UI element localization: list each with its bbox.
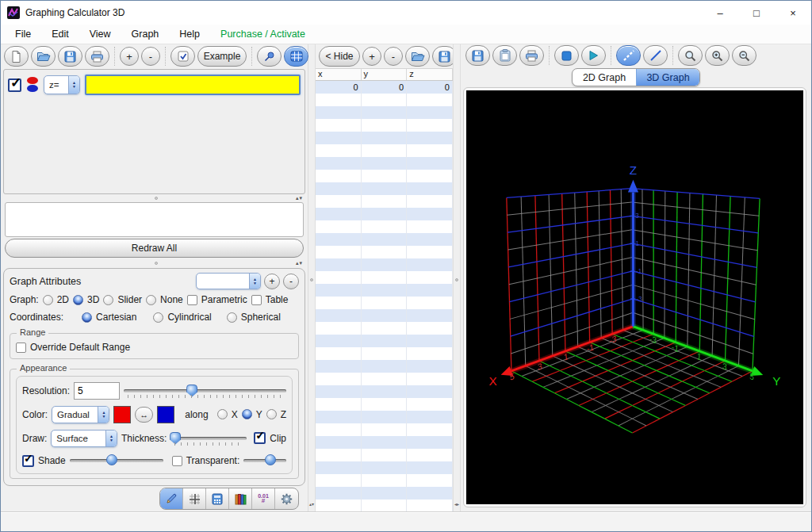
table-row[interactable] (316, 499, 453, 511)
plot-color-icon[interactable] (26, 76, 39, 94)
table-row[interactable]: 000 (316, 81, 453, 94)
table-cell[interactable] (407, 233, 453, 246)
table-row[interactable] (316, 144, 453, 157)
equation-type-select[interactable]: z= ▲▼ (44, 75, 80, 94)
table-row[interactable] (316, 132, 453, 144)
table-cell[interactable] (407, 106, 453, 119)
add-attribute-button[interactable]: + (264, 274, 280, 289)
zoom-in-button[interactable] (705, 45, 730, 66)
table-row[interactable] (316, 373, 453, 385)
table-row[interactable] (316, 347, 453, 360)
table-cell[interactable] (407, 195, 453, 208)
color-from-swatch[interactable] (113, 406, 131, 423)
table-cell[interactable] (362, 94, 408, 106)
print-button[interactable] (85, 46, 109, 67)
table-cell[interactable] (362, 423, 408, 436)
table-cell[interactable] (407, 309, 453, 322)
table-cell[interactable] (362, 398, 408, 411)
table-cell[interactable] (316, 106, 362, 119)
table-cell[interactable] (316, 385, 362, 398)
precision-mode-button[interactable]: 0.01# (252, 488, 275, 509)
axes-mode-button[interactable] (183, 488, 206, 509)
line-tool-button[interactable] (643, 45, 668, 66)
zoom-button[interactable] (678, 45, 703, 66)
table-cell[interactable] (316, 170, 362, 182)
table-cell[interactable] (316, 373, 362, 385)
table-cell[interactable] (407, 474, 453, 487)
copy-graph-button[interactable] (492, 45, 517, 66)
table-cell[interactable] (407, 208, 453, 220)
table-cell[interactable] (362, 233, 408, 246)
table-cell[interactable] (316, 499, 362, 511)
table-cell[interactable] (362, 284, 408, 297)
graph-none-radio[interactable] (146, 295, 156, 305)
open-table-button[interactable] (405, 46, 430, 67)
table-cell[interactable] (407, 271, 453, 284)
stepper-icon[interactable]: ▲▼ (105, 431, 117, 446)
table-cell[interactable] (316, 487, 362, 499)
table-cell[interactable] (407, 119, 453, 132)
menu-help[interactable]: Help (179, 29, 200, 40)
along-z-radio[interactable] (266, 409, 277, 419)
table-cell[interactable] (407, 347, 453, 360)
table-cell[interactable] (407, 335, 453, 347)
table-cell[interactable] (316, 309, 362, 322)
table-row[interactable] (316, 297, 453, 309)
table-cell[interactable] (407, 436, 453, 449)
table-cell[interactable] (407, 182, 453, 195)
print-graph-button[interactable] (519, 45, 544, 66)
splitter-arrows-icon[interactable]: ▴▾ (296, 260, 303, 266)
graph-2d-radio[interactable] (43, 295, 53, 305)
table-cell[interactable] (407, 170, 453, 182)
table-cell[interactable] (316, 335, 362, 347)
draw-mode-select[interactable]: Surface ▲▼ (51, 430, 117, 447)
table-cell[interactable] (362, 144, 408, 157)
table-cell[interactable] (316, 195, 362, 208)
table-cell[interactable] (362, 119, 408, 132)
table-row[interactable] (316, 106, 453, 119)
cartesian-radio[interactable] (82, 312, 92, 323)
library-mode-button[interactable] (229, 488, 252, 509)
table-cell[interactable] (407, 284, 453, 297)
panel-splitter[interactable]: ◂▸ (453, 44, 461, 511)
resolution-slider[interactable] (124, 383, 286, 399)
parametric-checkbox[interactable] (187, 295, 197, 305)
equation-input[interactable] (85, 75, 301, 95)
table-cell[interactable] (407, 423, 453, 436)
table-cell[interactable] (362, 436, 408, 449)
remove-row-button[interactable]: - (384, 47, 403, 66)
table-cell[interactable] (316, 233, 362, 246)
column-header-x[interactable]: x (316, 69, 362, 80)
color-mode-select[interactable]: Gradual ▲▼ (52, 406, 109, 423)
table-cell[interactable] (316, 157, 362, 170)
menu-graph[interactable]: Graph (132, 29, 159, 40)
table-cell[interactable] (316, 208, 362, 220)
table-row[interactable] (316, 233, 453, 246)
cylindrical-radio[interactable] (153, 312, 163, 323)
table-cell[interactable] (407, 157, 453, 170)
table-row[interactable] (316, 220, 453, 233)
along-y-radio[interactable] (242, 409, 252, 419)
clip-checkbox[interactable] (254, 432, 266, 444)
table-cell[interactable] (316, 182, 362, 195)
table-cell[interactable] (362, 170, 408, 182)
table-cell[interactable] (362, 373, 408, 385)
graph-3d-radio[interactable] (73, 295, 83, 305)
table-cell[interactable] (316, 119, 362, 132)
table-checkbox[interactable] (251, 295, 262, 305)
table-row[interactable] (316, 423, 453, 436)
table-cell[interactable] (362, 385, 408, 398)
table-row[interactable] (316, 271, 453, 284)
remove-equation-button[interactable]: - (141, 47, 160, 66)
attribute-preset-select[interactable]: ▲▼ (196, 273, 261, 289)
table-cell[interactable] (316, 474, 362, 487)
table-row[interactable] (316, 449, 453, 461)
table-row[interactable] (316, 195, 453, 208)
table-cell[interactable] (316, 94, 362, 106)
table-cell[interactable] (407, 144, 453, 157)
table-cell[interactable] (407, 398, 453, 411)
stepper-icon[interactable]: ▲▼ (249, 274, 260, 289)
table-cell[interactable] (407, 220, 453, 233)
table-cell[interactable] (407, 385, 453, 398)
table-row[interactable] (316, 182, 453, 195)
